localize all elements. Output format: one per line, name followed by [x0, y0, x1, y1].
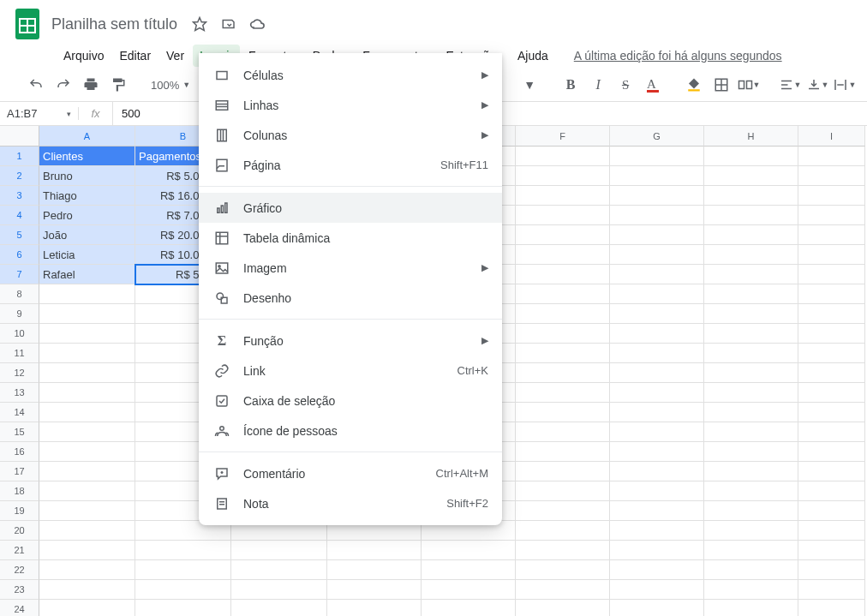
cell[interactable]: [704, 225, 798, 245]
cloud-status-icon[interactable]: [249, 15, 266, 33]
cell[interactable]: [704, 462, 798, 481]
cell[interactable]: [516, 442, 610, 462]
cell[interactable]: [516, 501, 610, 521]
sheets-logo[interactable]: [10, 7, 45, 41]
cell[interactable]: [610, 344, 704, 363]
cell[interactable]: [798, 442, 865, 462]
horizontal-align-button[interactable]: ▼: [778, 74, 802, 96]
menu-option-linhas[interactable]: Linhas▶: [199, 90, 502, 120]
cell[interactable]: [798, 304, 865, 324]
cell[interactable]: [231, 560, 327, 580]
cell[interactable]: [798, 403, 865, 422]
text-wrap-button[interactable]: ▼: [833, 74, 857, 96]
cell[interactable]: [610, 166, 704, 186]
row-header[interactable]: 13: [0, 383, 39, 403]
cell[interactable]: [610, 363, 704, 383]
cell[interactable]: [516, 521, 610, 541]
cell[interactable]: [135, 580, 231, 600]
menu-option-link[interactable]: LinkCtrl+K: [199, 356, 502, 386]
cell[interactable]: [135, 600, 231, 616]
cell[interactable]: [704, 442, 798, 462]
cell[interactable]: [798, 186, 865, 206]
cell[interactable]: [610, 225, 704, 245]
cell[interactable]: [231, 600, 327, 616]
col-header-G[interactable]: G: [610, 126, 704, 147]
cell[interactable]: [704, 245, 798, 265]
cell[interactable]: [39, 462, 135, 481]
cell[interactable]: [798, 206, 865, 225]
menu-item-editar[interactable]: Editar: [112, 45, 158, 67]
row-header[interactable]: 6: [0, 245, 39, 265]
cell[interactable]: [610, 600, 704, 616]
cell[interactable]: [516, 541, 610, 560]
cell[interactable]: [798, 462, 865, 481]
cell[interactable]: [516, 403, 610, 422]
cell[interactable]: Bruno: [39, 166, 135, 186]
row-header[interactable]: 5: [0, 225, 39, 245]
cell[interactable]: [516, 245, 610, 265]
cell[interactable]: [798, 600, 865, 616]
row-header[interactable]: 21: [0, 541, 39, 560]
cell[interactable]: [39, 344, 135, 363]
cell[interactable]: [39, 324, 135, 344]
cell[interactable]: Leticia: [39, 245, 135, 265]
cell[interactable]: [516, 560, 610, 580]
menu-option-comentário[interactable]: ComentárioCtrl+Alt+M: [199, 458, 502, 488]
cell[interactable]: [704, 206, 798, 225]
cell[interactable]: [610, 521, 704, 541]
menu-item-ajuda[interactable]: Ajuda: [511, 45, 555, 67]
cell[interactable]: [516, 304, 610, 324]
cell[interactable]: [610, 403, 704, 422]
cell[interactable]: Thiago: [39, 186, 135, 206]
borders-button[interactable]: [709, 74, 733, 96]
cell[interactable]: [798, 324, 865, 344]
col-header-I[interactable]: I: [798, 126, 865, 147]
cell[interactable]: [39, 422, 135, 442]
cell[interactable]: [610, 580, 704, 600]
cell[interactable]: [516, 166, 610, 186]
cell[interactable]: [798, 225, 865, 245]
cell[interactable]: [516, 284, 610, 304]
cell[interactable]: [610, 541, 704, 560]
cell[interactable]: [610, 304, 704, 324]
row-header[interactable]: 7: [0, 265, 39, 284]
cell[interactable]: [39, 383, 135, 403]
menu-option-tabela-dinâmica[interactable]: Tabela dinâmica: [199, 223, 502, 253]
cell[interactable]: Clientes: [39, 147, 135, 166]
fill-color-button[interactable]: [682, 74, 706, 96]
cell[interactable]: [422, 600, 516, 616]
cell[interactable]: [704, 580, 798, 600]
menu-option-desenho[interactable]: Desenho: [199, 283, 502, 313]
cell[interactable]: [516, 600, 610, 616]
cell[interactable]: [798, 560, 865, 580]
menu-option-colunas[interactable]: Colunas▶: [199, 120, 502, 150]
cell[interactable]: [231, 541, 327, 560]
cell[interactable]: [704, 600, 798, 616]
strikethrough-button[interactable]: S: [613, 74, 637, 96]
cell[interactable]: [135, 541, 231, 560]
cell[interactable]: [704, 284, 798, 304]
bold-button[interactable]: B: [559, 74, 583, 96]
cell[interactable]: [704, 363, 798, 383]
cell[interactable]: [798, 245, 865, 265]
row-header[interactable]: 10: [0, 324, 39, 344]
row-header[interactable]: 12: [0, 363, 39, 383]
menu-option-imagem[interactable]: Imagem▶: [199, 253, 502, 283]
cell[interactable]: [798, 166, 865, 186]
cell[interactable]: [231, 580, 327, 600]
menu-item-ver[interactable]: Ver: [159, 45, 191, 67]
cell[interactable]: [704, 265, 798, 284]
cell[interactable]: [39, 560, 135, 580]
cell[interactable]: [704, 541, 798, 560]
cell[interactable]: [516, 344, 610, 363]
cell[interactable]: [610, 560, 704, 580]
cell[interactable]: [516, 363, 610, 383]
cell[interactable]: [704, 403, 798, 422]
cell[interactable]: [610, 147, 704, 166]
row-header[interactable]: 8: [0, 284, 39, 304]
italic-button[interactable]: I: [586, 74, 610, 96]
star-icon[interactable]: [191, 15, 208, 33]
cell[interactable]: [610, 206, 704, 225]
cell[interactable]: [704, 521, 798, 541]
cell[interactable]: [516, 481, 610, 501]
